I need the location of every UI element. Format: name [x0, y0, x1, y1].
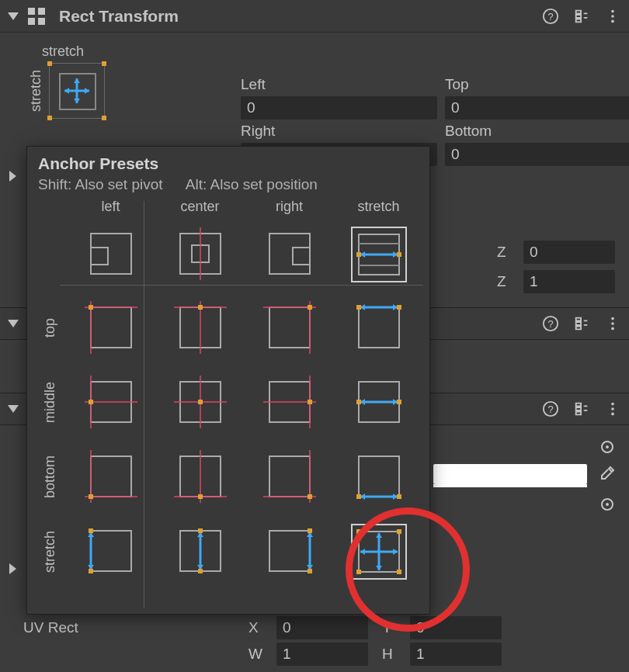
- preset-stretch-stretch[interactable]: [351, 524, 407, 580]
- anchor-preset-button[interactable]: [49, 63, 105, 119]
- uvrect-x-label: X: [248, 619, 276, 636]
- svg-rect-80: [397, 400, 401, 404]
- svg-text:?: ?: [547, 404, 553, 415]
- svg-rect-89: [269, 456, 310, 497]
- scale-z-input[interactable]: [523, 270, 615, 293]
- svg-point-27: [606, 445, 609, 449]
- popup-title: Anchor Presets: [38, 154, 419, 173]
- svg-rect-97: [356, 494, 361, 499]
- svg-rect-41: [356, 252, 361, 257]
- svg-point-19: [611, 322, 614, 325]
- top-input[interactable]: [445, 96, 629, 120]
- svg-rect-42: [397, 252, 401, 257]
- presets-icon[interactable]: [573, 8, 590, 25]
- svg-rect-98: [397, 494, 401, 499]
- col-label-right: right: [245, 199, 334, 218]
- svg-rect-1: [38, 8, 45, 15]
- preset-none-center[interactable]: [172, 227, 228, 282]
- svg-point-29: [606, 503, 609, 506]
- svg-rect-36: [293, 248, 310, 265]
- svg-rect-110: [198, 569, 203, 573]
- preset-stretch-right[interactable]: [262, 524, 318, 580]
- uvrect-h-input[interactable]: [410, 643, 502, 666]
- svg-marker-119: [360, 549, 365, 555]
- svg-rect-0: [28, 8, 35, 15]
- uvrect-w-label: W: [248, 646, 276, 663]
- uv-rect-section: UV Rect X Y W H: [23, 615, 615, 667]
- preset-top-left[interactable]: [83, 300, 139, 356]
- z-label: Z: [497, 244, 516, 261]
- preset-stretch-left[interactable]: [83, 524, 139, 580]
- svg-rect-103: [89, 528, 93, 533]
- svg-marker-122: [376, 533, 382, 538]
- rect-transform-panel: stretch stretch Left Top Pos Z Right: [0, 33, 629, 119]
- menu-icon[interactable]: [604, 8, 621, 25]
- preset-top-center[interactable]: [172, 300, 228, 356]
- help-icon[interactable]: ?: [542, 315, 559, 332]
- row-label-bottom: bottom: [42, 456, 58, 498]
- svg-rect-92: [308, 494, 312, 499]
- presets-icon[interactable]: [573, 400, 590, 417]
- svg-marker-123: [376, 566, 382, 570]
- anchor-v-label: stretch: [28, 70, 44, 112]
- preset-none-stretch[interactable]: [351, 227, 407, 282]
- bottom-input[interactable]: [445, 143, 629, 166]
- uvrect-y-input[interactable]: [410, 616, 502, 639]
- preset-middle-right[interactable]: [262, 375, 318, 431]
- eyedropper-button[interactable]: [596, 462, 618, 484]
- svg-rect-53: [269, 307, 310, 348]
- svg-rect-125: [397, 529, 401, 534]
- preset-middle-left[interactable]: [83, 375, 139, 431]
- bottom-label: Bottom: [445, 123, 629, 140]
- color-field[interactable]: [433, 464, 587, 484]
- preset-middle-center[interactable]: [172, 375, 228, 431]
- preset-bottom-right[interactable]: [262, 449, 318, 505]
- svg-marker-11: [64, 88, 69, 94]
- foldout-icon: [8, 320, 19, 327]
- rotation-z-input[interactable]: [523, 241, 615, 264]
- menu-icon[interactable]: [604, 315, 621, 332]
- top-label: Top: [445, 76, 629, 93]
- menu-icon[interactable]: [604, 400, 621, 417]
- preset-none-right[interactable]: [262, 227, 318, 282]
- svg-rect-84: [89, 494, 93, 499]
- svg-point-25: [611, 413, 614, 416]
- svg-rect-31: [91, 248, 108, 265]
- preset-top-right[interactable]: [262, 300, 318, 356]
- svg-point-8: [611, 19, 614, 23]
- svg-marker-12: [85, 88, 89, 94]
- scale-z-row: Z: [497, 270, 615, 293]
- presets-icon[interactable]: [573, 315, 590, 332]
- svg-point-7: [611, 15, 614, 18]
- component-title: Rect Transform: [59, 7, 542, 26]
- right-label: Right: [241, 123, 437, 140]
- svg-rect-2: [28, 18, 35, 25]
- preset-bottom-center[interactable]: [172, 449, 228, 505]
- anchors-foldout-icon[interactable]: [9, 171, 16, 182]
- preset-bottom-left[interactable]: [83, 449, 139, 505]
- svg-rect-127: [397, 570, 401, 574]
- help-icon[interactable]: ?: [542, 400, 559, 417]
- object-picker-button[interactable]: [596, 436, 618, 458]
- svg-rect-30: [91, 234, 131, 274]
- preset-none-left[interactable]: [83, 227, 139, 282]
- col-label-stretch: stretch: [334, 199, 423, 218]
- object-picker-button-2[interactable]: [596, 494, 618, 515]
- uvrect-x-input[interactable]: [276, 616, 368, 639]
- preset-middle-stretch[interactable]: [351, 375, 407, 431]
- help-icon[interactable]: ?: [542, 8, 559, 25]
- rect-transform-header[interactable]: Rect Transform ?: [0, 0, 629, 33]
- preset-bottom-stretch[interactable]: [351, 449, 407, 505]
- svg-rect-116: [308, 569, 312, 573]
- left-input[interactable]: [241, 96, 437, 120]
- preset-stretch-center[interactable]: [172, 524, 228, 580]
- uvrect-w-input[interactable]: [276, 643, 368, 666]
- preset-top-stretch[interactable]: [351, 300, 407, 356]
- uvrect-foldout-icon[interactable]: [9, 563, 16, 574]
- col-label-left: left: [66, 199, 155, 218]
- svg-rect-81: [91, 456, 131, 497]
- svg-point-23: [611, 403, 614, 406]
- row-label-top: top: [42, 318, 58, 338]
- svg-marker-14: [74, 99, 80, 103]
- svg-point-24: [611, 407, 614, 410]
